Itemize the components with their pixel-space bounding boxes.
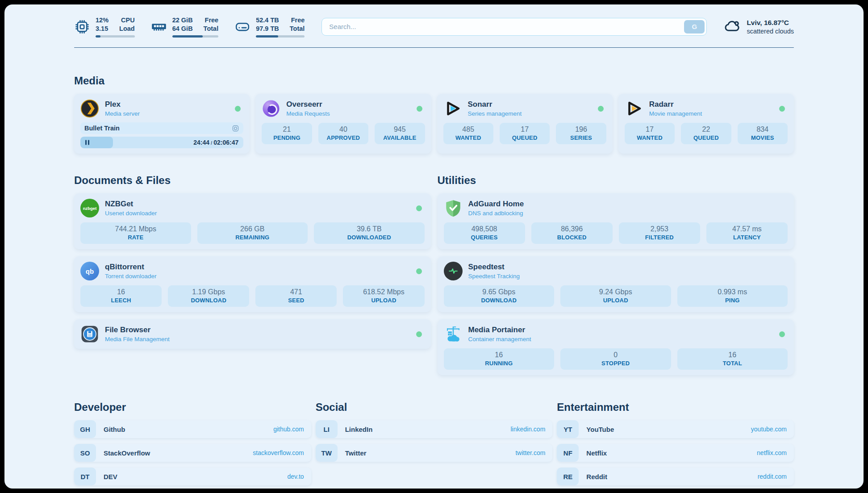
search-input[interactable] (321, 18, 707, 36)
cpu-progress-fill (96, 35, 100, 38)
sonarr-card[interactable]: Sonarr Series management 485 WANTED 17 Q… (437, 94, 613, 154)
stat-movies: 834 MOVIES (738, 123, 788, 144)
link-badge: LI (316, 420, 338, 438)
disk-progress-track (256, 35, 305, 38)
app-subtitle: Media server (105, 110, 140, 117)
overseerr-icon (262, 99, 280, 118)
link-dev[interactable]: DT DEV dev.to (74, 468, 311, 485)
link-stackoverflow[interactable]: SO StackOverflow stackoverflow.com (74, 444, 311, 462)
stat-available: 945 AVAILABLE (375, 123, 425, 144)
section-title-social: Social (316, 401, 553, 414)
top-bar: 12% 3.15 CPU Load (74, 4, 794, 38)
search-bar: G (321, 18, 707, 36)
memory-stat: 22 GiB 64 GiB Free Total (151, 16, 219, 38)
section-entertainment: Entertainment YT YouTube youtube.com NF … (557, 401, 794, 485)
section-title-documents: Documents & Files (74, 174, 431, 187)
cpu-load-value: 3.15 (96, 25, 108, 33)
link-badge: RE (557, 468, 579, 485)
disk-stat: 52.4 TB 97.9 TB Free Total (234, 16, 305, 38)
app-title: Overseerr (286, 100, 330, 109)
app-title: File Browser (105, 326, 170, 334)
stat-total: 16 TOTAL (677, 348, 788, 370)
ram-total-value: 64 GiB (172, 25, 193, 33)
stat-upload: 618.52 Mbps UPLOAD (343, 285, 424, 307)
app-subtitle: Media Requests (286, 110, 330, 117)
stat-stopped: 0 STOPPED (560, 348, 671, 370)
stat-download: 1.19 Gbps DOWNLOAD (168, 285, 249, 307)
link-twitter[interactable]: TW Twitter twitter.com (316, 444, 553, 462)
dashboard-page: 12% 3.15 CPU Load (4, 4, 864, 489)
section-title-utilities: Utilities (438, 174, 794, 187)
adguard-icon (444, 199, 463, 217)
stat-wanted: 17 WANTED (625, 123, 675, 144)
file-browser-card[interactable]: File Browser Media File Management (74, 319, 431, 349)
ram-icon (151, 19, 167, 35)
section-developer: Developer GH Github github.com SO StackO… (74, 401, 311, 485)
file-browser-icon (80, 325, 99, 343)
search-provider-button[interactable]: G (684, 20, 705, 33)
link-youtube[interactable]: YT YouTube youtube.com (557, 420, 794, 438)
overseerr-card[interactable]: Overseerr Media Requests 21 PENDING 40 A… (255, 94, 431, 154)
link-netflix[interactable]: NF Netflix netflix.com (557, 444, 794, 462)
radarr-card[interactable]: Radarr Movie management 17 WANTED 22 QUE… (618, 94, 794, 154)
disk-free-value: 52.4 TB (256, 16, 279, 25)
stat-wanted: 485 WANTED (443, 123, 493, 144)
stat-filtered: 2,953 FILTERED (619, 222, 700, 244)
link-badge: DT (74, 468, 96, 485)
system-stats: 12% 3.15 CPU Load (74, 16, 305, 38)
disk-icon (234, 19, 250, 35)
ram-free-value: 22 GiB (172, 16, 193, 25)
section-utilities: Utilities AdGuard Home (438, 174, 794, 375)
app-subtitle: Container management (468, 336, 531, 343)
playback-time: 24:44/02:06:47 (193, 139, 238, 146)
adguard-card[interactable]: AdGuard Home DNS and adblocking 498,508 … (438, 193, 794, 249)
app-title: Radarr (649, 100, 702, 109)
app-subtitle: Movie management (649, 110, 702, 117)
qbittorrent-card[interactable]: qb qBittorrent Torrent downloader 16 LEE… (74, 256, 431, 312)
app-title: AdGuard Home (468, 200, 524, 209)
plex-icon (80, 99, 99, 118)
app-title: NZBGet (105, 200, 157, 209)
link-linkedin[interactable]: LI LinkedIn linkedin.com (316, 420, 553, 438)
stat-ping: 0.993 ms PING (677, 285, 788, 307)
disk-free-label: Free (290, 16, 305, 25)
stat-pending: 21 PENDING (262, 123, 312, 144)
stat-approved: 40 APPROVED (318, 123, 368, 144)
app-title: Plex (105, 100, 140, 109)
nzbget-icon: nzbget (80, 199, 99, 217)
ram-total-label: Total (204, 25, 219, 33)
player-settings-icon[interactable] (232, 125, 239, 132)
radarr-icon (625, 99, 643, 118)
media-grid: Plex Media server Bullet Train (74, 94, 794, 154)
weather-location-temp: Lviv, 16.87°C (747, 18, 794, 28)
qbittorrent-icon: qb (80, 262, 99, 280)
app-title: Media Portainer (468, 326, 531, 334)
status-dot (779, 331, 785, 337)
disk-total-label: Total (290, 25, 305, 33)
section-title-media: Media (74, 75, 794, 87)
nzbget-card[interactable]: nzbget NZBGet Usenet downloader 744.21 M… (74, 193, 431, 249)
link-badge: TW (316, 444, 338, 462)
status-dot (417, 106, 422, 112)
plex-card[interactable]: Plex Media server Bullet Train (74, 94, 250, 154)
cpu-load-label: Load (119, 25, 135, 33)
stat-queued: 17 QUEUED (500, 123, 550, 144)
status-dot (235, 106, 241, 112)
link-reddit[interactable]: RE Reddit reddit.com (557, 468, 794, 485)
ram-progress-fill (172, 35, 203, 38)
link-github[interactable]: GH Github github.com (74, 420, 311, 438)
header-divider (74, 47, 794, 48)
stat-latency: 47.57 ms LATENCY (706, 222, 788, 244)
stat-downloaded: 39.6 TB DOWNLOADED (314, 222, 425, 244)
stat-blocked: 86,396 BLOCKED (531, 222, 613, 244)
status-dot (598, 106, 604, 112)
portainer-card[interactable]: Media Portainer Container management 16 … (438, 319, 794, 375)
playback-progress-bar[interactable]: 24:44/02:06:47 (80, 137, 243, 148)
app-title: Sonarr (468, 100, 522, 109)
app-subtitle: Series management (468, 110, 522, 117)
speedtest-card[interactable]: Speedtest Speedtest Tracking 9.65 Gbps D… (438, 256, 794, 312)
stat-remaining: 266 GB REMAINING (197, 222, 308, 244)
stat-queries: 498,508 QUERIES (444, 222, 525, 244)
section-title-entertainment: Entertainment (557, 401, 794, 414)
status-dot (416, 268, 422, 274)
